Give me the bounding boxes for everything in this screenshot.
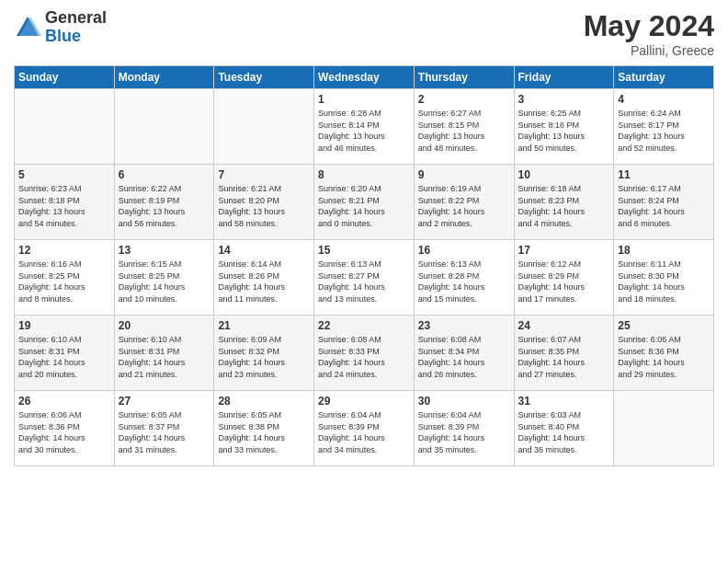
day-info: Sunrise: 6:11 AM Sunset: 8:30 PM Dayligh…: [618, 259, 710, 304]
calendar-cell: 24Sunrise: 6:07 AM Sunset: 8:35 PM Dayli…: [514, 316, 614, 391]
calendar-cell: 16Sunrise: 6:13 AM Sunset: 8:28 PM Dayli…: [414, 240, 514, 316]
calendar-cell: 9Sunrise: 6:19 AM Sunset: 8:22 PM Daylig…: [414, 165, 514, 240]
day-number: 5: [18, 168, 110, 181]
weekday-header-sunday: Sunday: [15, 66, 115, 89]
calendar-cell: 29Sunrise: 6:04 AM Sunset: 8:39 PM Dayli…: [314, 391, 415, 466]
day-number: 17: [518, 244, 610, 257]
calendar-cell: 12Sunrise: 6:16 AM Sunset: 8:25 PM Dayli…: [15, 240, 115, 316]
calendar-cell: 23Sunrise: 6:08 AM Sunset: 8:34 PM Dayli…: [414, 316, 514, 391]
day-info: Sunrise: 6:21 AM Sunset: 8:20 PM Dayligh…: [218, 183, 310, 229]
day-info: Sunrise: 6:24 AM Sunset: 8:17 PM Dayligh…: [618, 108, 710, 154]
day-info: Sunrise: 6:18 AM Sunset: 8:23 PM Dayligh…: [518, 183, 610, 229]
day-number: 2: [418, 93, 510, 106]
day-info: Sunrise: 6:17 AM Sunset: 8:24 PM Dayligh…: [618, 183, 710, 229]
day-info: Sunrise: 6:14 AM Sunset: 8:26 PM Dayligh…: [218, 259, 310, 304]
day-number: 31: [518, 395, 610, 408]
week-row-1: 1Sunrise: 6:28 AM Sunset: 8:14 PM Daylig…: [15, 89, 714, 165]
day-info: Sunrise: 6:08 AM Sunset: 8:33 PM Dayligh…: [318, 334, 410, 380]
calendar-cell: 6Sunrise: 6:22 AM Sunset: 8:19 PM Daylig…: [114, 165, 214, 240]
calendar-cell: 8Sunrise: 6:20 AM Sunset: 8:21 PM Daylig…: [314, 165, 415, 240]
day-number: 20: [119, 319, 210, 332]
calendar-cell: 13Sunrise: 6:15 AM Sunset: 8:25 PM Dayli…: [114, 240, 214, 316]
day-number: 12: [18, 244, 110, 257]
day-info: Sunrise: 6:06 AM Sunset: 8:36 PM Dayligh…: [18, 409, 110, 455]
calendar-cell: 4Sunrise: 6:24 AM Sunset: 8:17 PM Daylig…: [614, 89, 714, 165]
day-number: 11: [618, 168, 710, 181]
calendar-cell: 28Sunrise: 6:05 AM Sunset: 8:38 PM Dayli…: [214, 391, 314, 466]
day-number: 15: [318, 244, 410, 257]
page: General Blue May 2024 Pallini, Greece Su…: [0, 0, 728, 563]
calendar-cell: 1Sunrise: 6:28 AM Sunset: 8:14 PM Daylig…: [314, 89, 415, 165]
day-info: Sunrise: 6:27 AM Sunset: 8:15 PM Dayligh…: [418, 108, 510, 154]
day-number: 25: [618, 319, 710, 332]
calendar-cell: 14Sunrise: 6:14 AM Sunset: 8:26 PM Dayli…: [214, 240, 314, 316]
calendar-table: SundayMondayTuesdayWednesdayThursdayFrid…: [14, 65, 714, 466]
day-number: 4: [618, 93, 710, 106]
logo-blue: Blue: [45, 28, 107, 46]
week-row-2: 5Sunrise: 6:23 AM Sunset: 8:18 PM Daylig…: [15, 165, 714, 240]
calendar-cell: [214, 89, 314, 165]
day-number: 13: [119, 244, 210, 257]
day-number: 30: [418, 395, 510, 408]
weekday-header-thursday: Thursday: [414, 66, 514, 89]
calendar-cell: 27Sunrise: 6:05 AM Sunset: 8:37 PM Dayli…: [114, 391, 214, 466]
day-info: Sunrise: 6:20 AM Sunset: 8:21 PM Dayligh…: [318, 183, 410, 229]
calendar-cell: [15, 89, 115, 165]
day-info: Sunrise: 6:28 AM Sunset: 8:14 PM Dayligh…: [318, 108, 410, 154]
day-number: 22: [318, 319, 410, 332]
day-info: Sunrise: 6:10 AM Sunset: 8:31 PM Dayligh…: [119, 334, 210, 380]
day-number: 8: [318, 168, 410, 181]
title-month: May 2024: [584, 9, 714, 43]
week-row-5: 26Sunrise: 6:06 AM Sunset: 8:36 PM Dayli…: [15, 391, 714, 466]
day-number: 26: [18, 395, 110, 408]
title-block: May 2024 Pallini, Greece: [584, 9, 714, 58]
day-info: Sunrise: 6:16 AM Sunset: 8:25 PM Dayligh…: [18, 259, 110, 304]
day-number: 10: [518, 168, 610, 181]
day-number: 29: [318, 395, 410, 408]
calendar-cell: 5Sunrise: 6:23 AM Sunset: 8:18 PM Daylig…: [15, 165, 115, 240]
calendar-cell: 26Sunrise: 6:06 AM Sunset: 8:36 PM Dayli…: [15, 391, 115, 466]
calendar-cell: 18Sunrise: 6:11 AM Sunset: 8:30 PM Dayli…: [614, 240, 714, 316]
day-number: 7: [218, 168, 310, 181]
calendar-cell: 19Sunrise: 6:10 AM Sunset: 8:31 PM Dayli…: [15, 316, 115, 391]
day-info: Sunrise: 6:10 AM Sunset: 8:31 PM Dayligh…: [18, 334, 110, 380]
calendar-cell: 3Sunrise: 6:25 AM Sunset: 8:16 PM Daylig…: [514, 89, 614, 165]
logo-text: General Blue: [45, 9, 107, 46]
day-info: Sunrise: 6:04 AM Sunset: 8:39 PM Dayligh…: [418, 409, 510, 455]
day-number: 18: [618, 244, 710, 257]
day-number: 21: [218, 319, 310, 332]
day-info: Sunrise: 6:08 AM Sunset: 8:34 PM Dayligh…: [418, 334, 510, 380]
title-location: Pallini, Greece: [584, 43, 714, 58]
day-info: Sunrise: 6:12 AM Sunset: 8:29 PM Dayligh…: [518, 259, 610, 304]
day-info: Sunrise: 6:03 AM Sunset: 8:40 PM Dayligh…: [518, 409, 610, 455]
week-row-3: 12Sunrise: 6:16 AM Sunset: 8:25 PM Dayli…: [15, 240, 714, 316]
calendar-cell: 31Sunrise: 6:03 AM Sunset: 8:40 PM Dayli…: [514, 391, 614, 466]
calendar-cell: 21Sunrise: 6:09 AM Sunset: 8:32 PM Dayli…: [214, 316, 314, 391]
calendar-cell: 11Sunrise: 6:17 AM Sunset: 8:24 PM Dayli…: [614, 165, 714, 240]
day-number: 27: [119, 395, 210, 408]
day-info: Sunrise: 6:04 AM Sunset: 8:39 PM Dayligh…: [318, 409, 410, 455]
calendar-cell: 25Sunrise: 6:06 AM Sunset: 8:36 PM Dayli…: [614, 316, 714, 391]
logo: General Blue: [14, 9, 107, 46]
calendar-cell: 22Sunrise: 6:08 AM Sunset: 8:33 PM Dayli…: [314, 316, 415, 391]
day-number: 28: [218, 395, 310, 408]
day-number: 24: [518, 319, 610, 332]
day-number: 23: [418, 319, 510, 332]
weekday-header-tuesday: Tuesday: [214, 66, 314, 89]
day-number: 16: [418, 244, 510, 257]
day-number: 6: [119, 168, 210, 181]
weekday-header-friday: Friday: [514, 66, 614, 89]
day-number: 1: [318, 93, 410, 106]
logo-general: General: [45, 9, 107, 28]
day-info: Sunrise: 6:07 AM Sunset: 8:35 PM Dayligh…: [518, 334, 610, 380]
weekday-header-row: SundayMondayTuesdayWednesdayThursdayFrid…: [15, 66, 714, 89]
day-info: Sunrise: 6:05 AM Sunset: 8:38 PM Dayligh…: [218, 409, 310, 455]
calendar-cell: 17Sunrise: 6:12 AM Sunset: 8:29 PM Dayli…: [514, 240, 614, 316]
day-number: 3: [518, 93, 610, 106]
day-number: 14: [218, 244, 310, 257]
day-info: Sunrise: 6:05 AM Sunset: 8:37 PM Dayligh…: [119, 409, 210, 455]
day-info: Sunrise: 6:09 AM Sunset: 8:32 PM Dayligh…: [218, 334, 310, 380]
day-number: 9: [418, 168, 510, 181]
logo-icon: [14, 14, 41, 41]
week-row-4: 19Sunrise: 6:10 AM Sunset: 8:31 PM Dayli…: [15, 316, 714, 391]
